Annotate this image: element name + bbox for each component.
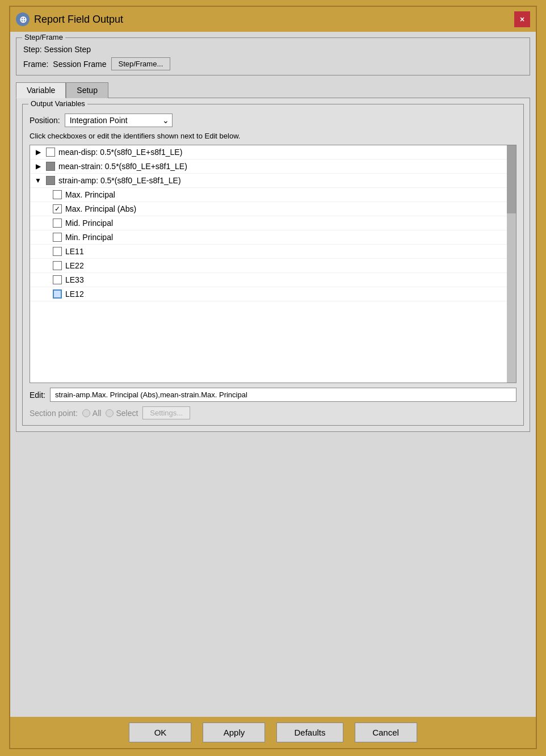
checkbox-max-principal[interactable]: [53, 190, 62, 199]
var-label-min-principal: Min. Principal: [65, 233, 113, 242]
position-label: Position:: [30, 116, 60, 125]
list-item: ▼ strain-amp: 0.5*(s8f0_LE-s8f1_LE): [30, 174, 516, 188]
var-label-mean-strain: mean-strain: 0.5*(s8f0_LE+s8f1_LE): [58, 162, 187, 171]
bottom-buttons: OK Apply Defaults Cancel: [10, 717, 536, 748]
checkbox-le22[interactable]: [53, 261, 62, 270]
list-item: ▶ mean-disp: 0.5*(s8f0_LE+s8f1_LE): [30, 145, 516, 159]
title-bar: ⊕ Report Field Output ×: [10, 7, 536, 32]
output-variables-legend: Output Variables: [28, 99, 87, 108]
settings-button: Settings...: [142, 406, 190, 419]
step-frame-button[interactable]: Step/Frame...: [111, 57, 171, 70]
var-label-max-principal-abs: Max. Principal (Abs): [65, 204, 136, 213]
list-item: ▶ mean-strain: 0.5*(s8f0_LE+s8f1_LE): [30, 159, 516, 174]
step-label: Step: Session Step: [23, 45, 523, 54]
frame-value: Session Frame: [53, 60, 106, 69]
tabs-row: Variable Setup: [16, 82, 530, 98]
dialog-icon: ⊕: [16, 12, 30, 26]
checkbox-le12[interactable]: [53, 289, 62, 299]
checkbox-le33[interactable]: [53, 275, 62, 284]
list-item: Max. Principal (Abs): [30, 202, 516, 216]
frame-prefix: Frame:: [23, 60, 48, 69]
list-item: LE11: [30, 245, 516, 259]
checkbox-le11[interactable]: [53, 247, 62, 256]
section-point-row: Section point: All Select Settings...: [30, 406, 516, 419]
defaults-button[interactable]: Defaults: [276, 723, 343, 742]
checkbox-mean-strain[interactable]: [46, 162, 55, 171]
list-item: Min. Principal: [30, 230, 516, 245]
scrollbar-thumb[interactable]: [507, 145, 516, 213]
tab-variable[interactable]: Variable: [16, 82, 66, 98]
cancel-button[interactable]: Cancel: [355, 723, 417, 742]
checkbox-mean-disp[interactable]: [46, 148, 55, 157]
radio-all-label: All: [93, 409, 102, 418]
step-frame-section: Step/Frame Step: Session Step Frame: Ses…: [16, 37, 530, 75]
report-field-output-dialog: ⊕ Report Field Output × Step/Frame Step:…: [9, 6, 537, 749]
checkbox-max-principal-abs[interactable]: [53, 204, 62, 213]
position-row: Position: Integration Point: [30, 114, 516, 127]
var-label-le33: LE33: [65, 275, 84, 284]
main-panel: Output Variables Position: Integration P…: [16, 98, 530, 432]
frame-line: Frame: Session Frame Step/Frame...: [23, 57, 523, 70]
radio-all: All: [82, 409, 102, 418]
output-variables-section: Output Variables Position: Integration P…: [22, 104, 524, 426]
list-item: LE22: [30, 259, 516, 273]
expand-arrow-strain-amp[interactable]: ▼: [33, 176, 43, 185]
hint-text: Click checkboxes or edit the identifiers…: [30, 132, 516, 140]
step-frame-legend: Step/Frame: [22, 33, 65, 41]
tabs-container: Variable Setup Output Variables Position…: [16, 80, 530, 432]
list-item: LE12: [30, 287, 516, 301]
apply-button[interactable]: Apply: [203, 723, 265, 742]
title-bar-left: ⊕ Report Field Output: [16, 12, 123, 26]
var-label-mid-principal: Mid. Principal: [65, 219, 113, 228]
position-select[interactable]: Integration Point: [65, 114, 173, 127]
radio-select-circle: [106, 409, 114, 417]
expand-arrow-mean-strain[interactable]: ▶: [33, 162, 43, 171]
close-button[interactable]: ×: [514, 11, 530, 27]
list-item: Max. Principal: [30, 188, 516, 202]
radio-select: Select: [106, 409, 138, 418]
dialog-title: Report Field Output: [34, 14, 123, 26]
checkbox-strain-amp[interactable]: [46, 176, 55, 185]
var-label-le22: LE22: [65, 261, 84, 270]
radio-select-label: Select: [116, 409, 138, 418]
var-label-mean-disp: mean-disp: 0.5*(s8f0_LE+s8f1_LE): [58, 148, 182, 157]
checkbox-mid-principal[interactable]: [53, 219, 62, 228]
dialog-body: Step/Frame Step: Session Step Frame: Ses…: [10, 32, 536, 717]
edit-input[interactable]: [50, 388, 516, 402]
var-label-max-principal: Max. Principal: [65, 190, 115, 199]
var-label-le12: LE12: [65, 289, 84, 299]
position-select-wrapper[interactable]: Integration Point: [65, 114, 173, 127]
var-label-le11: LE11: [65, 247, 84, 256]
edit-row: Edit:: [30, 388, 516, 402]
edit-label: Edit:: [30, 390, 45, 400]
expand-arrow-mean-disp[interactable]: ▶: [33, 148, 43, 157]
checkbox-min-principal[interactable]: [53, 233, 62, 242]
ok-button[interactable]: OK: [129, 723, 191, 742]
radio-all-circle: [82, 409, 90, 417]
section-point-label: Section point:: [30, 409, 78, 418]
list-item: LE33: [30, 273, 516, 287]
tab-setup[interactable]: Setup: [66, 82, 108, 98]
var-label-strain-amp: strain-amp: 0.5*(s8f0_LE-s8f1_LE): [58, 176, 181, 185]
list-item: Mid. Principal: [30, 216, 516, 230]
variables-list: ▶ mean-disp: 0.5*(s8f0_LE+s8f1_LE) ▶ mea…: [30, 145, 516, 383]
scrollbar-track[interactable]: [507, 145, 516, 383]
